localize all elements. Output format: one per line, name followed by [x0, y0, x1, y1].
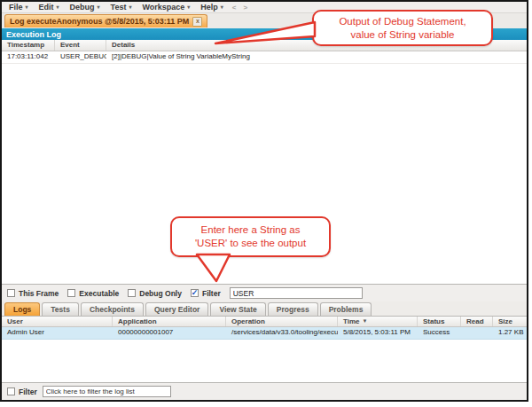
logs-table-header-row: User Application Operation Time▼ Status …: [2, 317, 527, 327]
filter-input[interactable]: [230, 287, 363, 299]
log-table-row[interactable]: Admin User 00000000001007 /services/data…: [2, 327, 527, 340]
tab-problems[interactable]: Problems: [320, 302, 372, 316]
tab-tests[interactable]: Tests: [42, 302, 79, 316]
panel-title: Execution Log: [6, 30, 61, 39]
checkbox-icon[interactable]: [7, 289, 15, 297]
callout-filter-hint: Enter here a String as 'USER' to see the…: [170, 216, 331, 257]
menu-file[interactable]: File▾: [4, 3, 34, 12]
checkbox-this-frame[interactable]: This Frame: [7, 289, 59, 298]
cell-status: Success: [418, 327, 461, 339]
menu-workspace[interactable]: Workspace▾: [137, 3, 195, 12]
column-header-read[interactable]: Read: [461, 317, 493, 326]
tab-logs[interactable]: Logs: [4, 302, 40, 316]
column-header-user[interactable]: User: [2, 317, 113, 326]
checkbox-icon[interactable]: [67, 289, 75, 297]
column-header-event: Event: [55, 40, 106, 51]
callout-text: value of String variable: [314, 28, 491, 42]
cell-time: 5/8/2015, 5:03:11 PM: [338, 327, 418, 339]
tab-query-editor[interactable]: Query Editor: [145, 302, 208, 316]
tab-log-execute-anonymous[interactable]: Log executeAnonymous @5/8/2015, 5:03:11 …: [4, 14, 207, 27]
nav-forward-icon[interactable]: >: [240, 4, 252, 12]
tab-title: Log executeAnonymous @5/8/2015, 5:03:11 …: [10, 17, 189, 26]
tab-checkpoints[interactable]: Checkpoints: [81, 302, 144, 316]
callout-debug-output: Output of Debug Statement, value of Stri…: [312, 10, 493, 46]
callout-text: 'USER' to see the output: [172, 237, 329, 250]
tab-progress[interactable]: Progress: [268, 302, 318, 316]
sort-desc-icon: ▼: [363, 318, 368, 324]
callout-text: Output of Debug Statement,: [314, 15, 491, 28]
cell-event: USER_DEBUG: [55, 51, 106, 63]
checkbox-debug-only[interactable]: Debug Only: [128, 289, 182, 298]
window-frame: File▾ Edit▾ Debug▾ Test▾ Workspace▾ Help…: [0, 0, 528, 402]
developer-console-window: File▾ Edit▾ Debug▾ Test▾ Workspace▾ Help…: [0, 0, 532, 407]
nav-back-icon[interactable]: <: [229, 4, 240, 12]
close-icon[interactable]: x: [192, 17, 202, 27]
cell-read: [461, 327, 493, 339]
column-header-time[interactable]: Time▼: [338, 317, 418, 326]
console-tab-strip: Logs Tests Checkpoints Query Editor View…: [2, 301, 527, 317]
tab-view-state[interactable]: View State: [210, 302, 265, 316]
checkbox-icon[interactable]: [7, 387, 15, 395]
cell-application: 00000000001007: [113, 327, 226, 339]
log-controls-bar: This Frame Executable Debug Only ✓ Filte…: [2, 284, 527, 301]
chevron-down-icon: ▾: [57, 4, 59, 10]
column-header-application[interactable]: Application: [113, 317, 226, 326]
chevron-down-icon: ▾: [129, 4, 131, 10]
log-list-filter-input[interactable]: [43, 386, 171, 397]
cell-details: [2]|DEBUG|Value of String VariableMyStri…: [106, 51, 527, 63]
callout-text: Enter here a String as: [172, 223, 329, 237]
cell-operation: /services/data/v33.0/tooling/executeAn..…: [226, 327, 338, 339]
column-header-operation[interactable]: Operation: [226, 317, 338, 326]
chevron-down-icon: ▾: [221, 4, 223, 10]
checkbox-icon[interactable]: [128, 289, 136, 297]
checkbox-executable[interactable]: Executable: [67, 289, 119, 298]
checkbox-log-filter[interactable]: Filter: [7, 387, 37, 396]
log-list-filter-bar: Filter: [2, 382, 527, 400]
checkbox-checked-icon[interactable]: ✓: [191, 289, 199, 297]
column-header-timestamp: Timestamp: [2, 40, 55, 51]
checkbox-filter[interactable]: ✓ Filter: [191, 289, 221, 298]
chevron-down-icon: ▾: [98, 4, 100, 10]
cell-user: Admin User: [2, 327, 113, 339]
execution-log-row[interactable]: 17:03:11:042 USER_DEBUG [2]|DEBUG|Value …: [2, 51, 527, 64]
cell-size: 1.27 KB: [493, 327, 527, 339]
column-header-size[interactable]: Size: [493, 317, 527, 326]
cell-timestamp: 17:03:11:042: [2, 51, 55, 63]
column-header-status[interactable]: Status: [418, 317, 461, 326]
menu-edit[interactable]: Edit▾: [34, 3, 65, 12]
menu-debug[interactable]: Debug▾: [65, 3, 106, 12]
menu-help[interactable]: Help▾: [195, 3, 229, 12]
chevron-down-icon: ▾: [187, 4, 190, 10]
menu-test[interactable]: Test▾: [106, 3, 137, 12]
chevron-down-icon: ▾: [26, 4, 28, 10]
